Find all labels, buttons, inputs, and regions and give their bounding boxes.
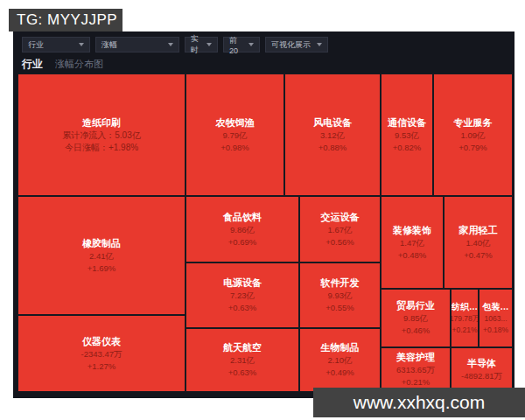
treemap-cell-jiayongqinggong[interactable]: 家用轻工 1.40亿 +0.47% bbox=[444, 196, 513, 289]
dropdown-label: 实时 bbox=[191, 33, 201, 56]
chevron-down-icon bbox=[317, 43, 322, 46]
treemap-cell-fangzhi[interactable]: 纺织… 179.78万 +0.21% bbox=[451, 289, 479, 347]
app-window: 行业 涨幅 实时 前20 可视化展示 行业 涨幅分布图 bbox=[13, 32, 514, 398]
dropdown-label: 涨幅 bbox=[102, 39, 117, 51]
treemap-cell-fengdianshebei[interactable]: 风电设备 3.12亿 +0.88% bbox=[284, 74, 381, 196]
filter-toolbar: 行业 涨幅 实时 前20 可视化展示 bbox=[22, 37, 328, 52]
dropdown-label: 前20 bbox=[229, 35, 243, 55]
treemap-cell-dianyuanshebei[interactable]: 电源设备 7.23亿 +0.63% bbox=[186, 262, 299, 328]
dropdown-time[interactable]: 实时 bbox=[185, 37, 218, 52]
chevron-down-icon bbox=[79, 43, 84, 46]
page: 行业 涨幅 实时 前20 可视化展示 行业 涨幅分布图 bbox=[0, 0, 525, 420]
page-title: 行业 bbox=[22, 57, 43, 72]
treemap-cell-zaozhiyinshua[interactable]: 造纸印刷 累计净流入：5.03亿 今日涨幅：+1.98% bbox=[18, 74, 186, 196]
treemap-cell-maoyihangye[interactable]: 贸易行业 9.85亿 +0.46% bbox=[381, 289, 451, 347]
treemap-cell-yiqiyibiao[interactable]: 仪器仪表 -2343.47万 +1.27% bbox=[18, 315, 186, 392]
industry-treemap: 造纸印刷 累计净流入：5.03亿 今日涨幅：+1.98% 农牧饲渔 9.79亿 … bbox=[18, 74, 513, 392]
page-subtitle: 涨幅分布图 bbox=[55, 58, 103, 71]
dropdown-label: 行业 bbox=[28, 39, 44, 51]
dropdown-display-mode[interactable]: 可视化展示 bbox=[265, 37, 328, 52]
treemap-cell-hangtianhangkong[interactable]: 航天航空 2.31亿 +0.63% bbox=[186, 328, 299, 392]
treemap-cell-zhuanyefuwu[interactable]: 专业服务 1.09亿 +0.79% bbox=[433, 74, 513, 196]
watermark-url: www.xxhxq.com bbox=[313, 388, 525, 417]
dropdown-metric[interactable]: 涨幅 bbox=[95, 37, 179, 52]
treemap-cell-shengwuzhipin[interactable]: 生物制品 2.10亿 +0.49% bbox=[299, 328, 381, 392]
treemap-cell-shipinyinliao[interactable]: 食品饮料 9.86亿 +0.69% bbox=[186, 196, 299, 262]
chevron-down-icon bbox=[206, 43, 212, 46]
treemap-cell-bandaoti[interactable]: 半导体 -4892.81万 bbox=[451, 347, 513, 392]
treemap-cell-meironghuli[interactable]: 美容护理 6313.65万 +0.21% bbox=[381, 347, 451, 392]
dropdown-category[interactable]: 行业 bbox=[22, 37, 90, 52]
chevron-down-icon bbox=[168, 43, 173, 46]
chevron-down-icon bbox=[248, 43, 254, 46]
chart-header: 行业 涨幅分布图 bbox=[22, 56, 103, 72]
treemap-cell-xiangjiaozhipin[interactable]: 橡胶制品 2.41亿 +1.69% bbox=[18, 196, 186, 315]
telegram-badge: TG: MYYJJPP bbox=[9, 9, 122, 32]
dropdown-top-n[interactable]: 前20 bbox=[223, 37, 260, 52]
treemap-cell-nongmusiyu[interactable]: 农牧饲渔 9.79亿 +0.98% bbox=[186, 74, 284, 196]
treemap-cell-zhuangxiuzhuangshi[interactable]: 装修装饰 1.47亿 +0.48% bbox=[381, 196, 444, 289]
treemap-cell-baozhuang[interactable]: 包装… 1063... +0.18% bbox=[479, 289, 513, 347]
treemap-cell-ruanjiankaifa[interactable]: 软件开发 9.93亿 +0.55% bbox=[299, 262, 381, 328]
treemap-cell-tongxinshebei[interactable]: 通信设备 9.53亿 +0.82% bbox=[381, 74, 433, 196]
treemap-cell-jiaoyunshebei[interactable]: 交运设备 1.67亿 +0.56% bbox=[299, 196, 381, 262]
dropdown-label: 可视化展示 bbox=[271, 39, 311, 51]
